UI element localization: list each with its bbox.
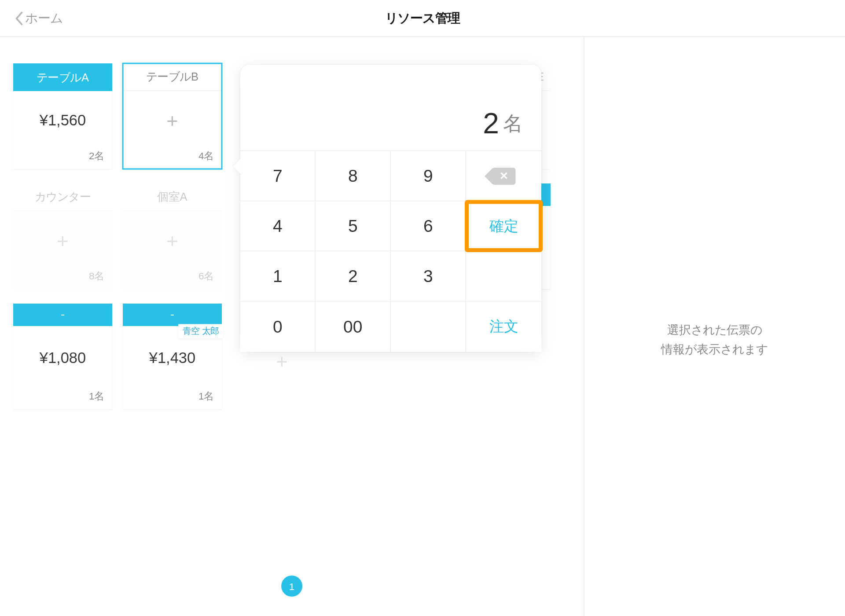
plus-icon: + bbox=[123, 91, 222, 150]
detail-placeholder: 選択された伝票の 情報が表示されます bbox=[661, 321, 768, 359]
resource-card-dash-1[interactable]: - ¥1,080 1名 bbox=[13, 304, 112, 409]
card-amount: ¥1,080 bbox=[13, 326, 112, 390]
numkey-8[interactable]: 8 bbox=[316, 151, 391, 202]
card-amount: ¥1,560 bbox=[13, 91, 112, 150]
resource-card-table-b[interactable]: テーブルB + 4名 bbox=[123, 63, 222, 169]
card-header: - bbox=[13, 304, 112, 326]
card-capacity: 1名 bbox=[13, 390, 112, 410]
guest-count-unit: 名 bbox=[503, 110, 523, 140]
detail-pane: 選択された伝票の 情報が表示されます bbox=[584, 37, 845, 616]
page-number: 1 bbox=[289, 580, 295, 592]
backspace-icon: ✕ bbox=[492, 167, 516, 184]
guest-count-popover: 2 名 7 8 9 ✕ 4 5 6 確定 bbox=[240, 65, 541, 352]
resource-card-counter[interactable]: カウンター + 8名 bbox=[13, 183, 112, 289]
card-header: - bbox=[123, 304, 222, 326]
guest-count-display: 2 名 bbox=[240, 65, 541, 150]
card-capacity: 1名 bbox=[123, 390, 222, 410]
numkey-empty-2 bbox=[391, 302, 466, 352]
resource-card-table-a[interactable]: テーブルA ¥1,560 2名 bbox=[13, 63, 112, 169]
card-capacity: 6名 bbox=[123, 270, 222, 290]
numkey-3[interactable]: 3 bbox=[391, 252, 466, 302]
card-header: カウンター bbox=[13, 183, 112, 211]
order-button[interactable]: 注文 bbox=[466, 302, 541, 352]
resource-grid-pane: テーブルA ¥1,560 2名 テーブルB + 4名 E 2名 bbox=[0, 37, 584, 616]
numkey-2[interactable]: 2 bbox=[316, 252, 391, 302]
numkey-0[interactable]: 0 bbox=[240, 302, 316, 352]
card-capacity: 8名 bbox=[13, 270, 112, 290]
card-capacity: 4名 bbox=[123, 150, 222, 169]
plus-icon: + bbox=[13, 211, 112, 270]
guest-count-value: 2 bbox=[483, 107, 499, 140]
page-title: リソース管理 bbox=[385, 10, 460, 27]
numkey-4[interactable]: 4 bbox=[240, 202, 316, 252]
popover-arrow-icon bbox=[233, 157, 242, 176]
card-header: 個室A bbox=[123, 183, 222, 211]
plus-icon: + bbox=[276, 351, 287, 373]
back-label: ホーム bbox=[25, 10, 63, 27]
numkey-9[interactable]: 9 bbox=[391, 151, 466, 202]
back-button[interactable]: ホーム bbox=[0, 10, 63, 27]
numkey-00[interactable]: 00 bbox=[316, 302, 391, 352]
top-nav: ホーム リソース管理 bbox=[0, 0, 845, 37]
resource-card-private-a[interactable]: 個室A + 6名 bbox=[123, 183, 222, 289]
numkey-empty bbox=[466, 252, 541, 302]
chevron-left-icon bbox=[15, 11, 24, 26]
numkey-backspace[interactable]: ✕ bbox=[466, 151, 541, 202]
numkey-7[interactable]: 7 bbox=[240, 151, 316, 202]
plus-icon: + bbox=[123, 211, 222, 270]
card-capacity: 2名 bbox=[13, 150, 112, 169]
numkey-6[interactable]: 6 bbox=[391, 202, 466, 252]
numpad: 7 8 9 ✕ 4 5 6 確定 1 2 3 bbox=[240, 150, 541, 352]
numkey-1[interactable]: 1 bbox=[240, 252, 316, 302]
confirm-button[interactable]: 確定 bbox=[466, 202, 541, 252]
card-header: テーブルA bbox=[13, 63, 112, 91]
customer-name-sticker: 青空 太郎 bbox=[179, 324, 223, 339]
card-header: テーブルB bbox=[123, 63, 222, 91]
resource-card-dash-2[interactable]: 青空 太郎 - ¥1,430 1名 bbox=[123, 304, 222, 409]
numkey-5[interactable]: 5 bbox=[316, 202, 391, 252]
page-indicator[interactable]: 1 bbox=[281, 576, 302, 597]
